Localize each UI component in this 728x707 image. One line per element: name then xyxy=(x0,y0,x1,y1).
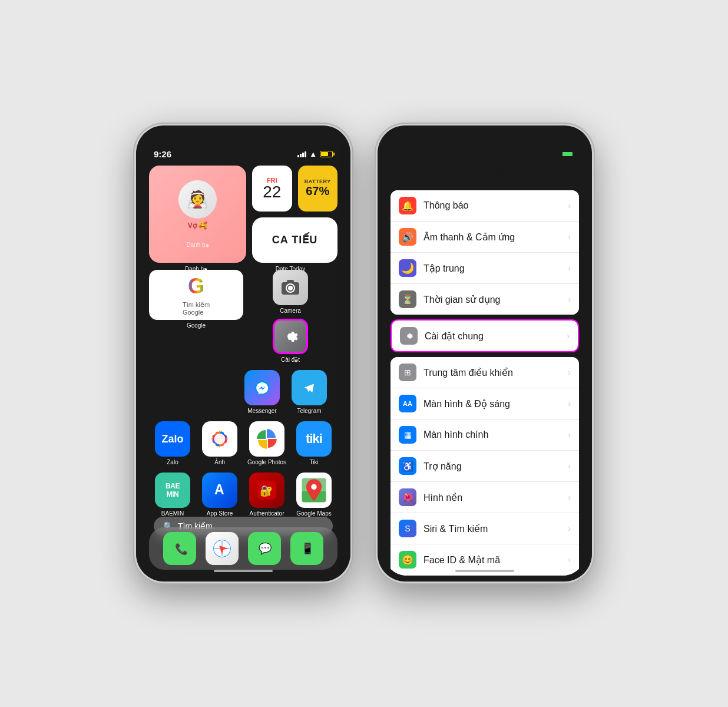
telegram-icon-img xyxy=(292,370,327,405)
screentime-icon: ⏳ xyxy=(399,290,416,308)
messenger-label: Messenger xyxy=(247,408,276,414)
telegram-app-icon[interactable]: Telegram xyxy=(288,370,330,414)
tiki-app-icon[interactable]: tiki Tiki xyxy=(293,421,335,465)
svg-text:📱: 📱 xyxy=(301,542,315,555)
caidatchung-chevron: › xyxy=(567,331,570,341)
settings-item-trungtam[interactable]: ⊞ Trung tâm điều khiển › xyxy=(391,357,579,388)
settings-item-hinhnen[interactable]: 🌺 Hình nền › xyxy=(391,482,579,513)
notch-1 xyxy=(199,131,287,148)
settings-item-taptrung[interactable]: 🌙 Tập trung › xyxy=(391,253,579,284)
svg-text:A: A xyxy=(214,482,224,497)
trungtam-chevron: › xyxy=(568,368,571,377)
display-icon: AA xyxy=(399,395,416,412)
gphotos-icon-img xyxy=(249,421,284,457)
signal-icon-2 xyxy=(540,151,549,157)
telegram-label: Telegram xyxy=(297,408,321,414)
battery-icon-1 xyxy=(320,151,333,157)
baemin-app-icon[interactable]: BAEMIN BAEMIN xyxy=(151,473,194,517)
settings-item-tronang[interactable]: ♿ Trợ năng › xyxy=(391,451,579,482)
tiki-label: Tiki xyxy=(309,459,318,465)
status-bar-2: 9:30 ▲ xyxy=(395,149,574,159)
dock-phone-icon[interactable]: 📞 xyxy=(163,532,196,565)
auth-label: Authenticator xyxy=(250,510,284,517)
settings-app-icon[interactable]: Cài đặt xyxy=(269,319,312,363)
tiki-icon-img: tiki xyxy=(296,421,332,457)
dock-messages-icon[interactable]: 💬 xyxy=(248,532,281,565)
taptrung-chevron: › xyxy=(568,263,571,273)
settings-label: Cài đặt xyxy=(281,356,300,363)
focus-icon: 🌙 xyxy=(399,259,416,277)
settings-item-thoigian[interactable]: ⏳ Thời gian sử dụng › xyxy=(391,284,579,315)
signal-icon-1 xyxy=(297,151,306,157)
notch-2 xyxy=(441,131,529,148)
catieo-text: CA TIẾU xyxy=(272,233,317,246)
contact-avatar: 👰 xyxy=(178,180,217,219)
baemin-label: BAEMIN xyxy=(161,510,184,517)
status-bar-1: 9:26 ▲ xyxy=(154,149,333,159)
messenger-app-icon[interactable]: Messenger xyxy=(241,370,283,414)
date-widget[interactable]: FRI 22 xyxy=(252,166,292,212)
camera-icon-img xyxy=(273,270,308,305)
contacts-widget[interactable]: 👰 Vợ 🥰 Danh bạ xyxy=(149,166,246,263)
settings-item-thongbao[interactable]: 🔔 Thông báo › xyxy=(391,190,579,222)
catieo-widget[interactable]: CA TIẾU xyxy=(252,217,337,263)
amthanh-label: Âm thanh & Cảm ứng xyxy=(423,232,561,243)
faceid-chevron: › xyxy=(568,555,571,564)
battery-label: BATTERY xyxy=(305,179,331,184)
wifi-icon-2: ▲ xyxy=(551,150,559,158)
zalo-app-icon[interactable]: Zalo Zalo xyxy=(151,421,194,465)
google-widget[interactable]: G Tìm kiếmGoogle xyxy=(149,270,243,320)
faceid-label: Face ID & Mật mã xyxy=(423,554,561,566)
settings-title: Cài đặt xyxy=(383,167,586,182)
messenger-icon-img xyxy=(244,370,280,405)
settings-item-manhinh2[interactable]: ▦ Màn hình chính › xyxy=(391,419,579,451)
maps-app-icon[interactable]: Google Maps xyxy=(293,473,335,517)
accessibility-icon: ♿ xyxy=(399,457,416,475)
gphotos-app-icon[interactable]: Google Photos xyxy=(246,421,288,465)
app-row-1: G Tìm kiếmGoogle Google Camera xyxy=(149,270,337,363)
settings-item-siri[interactable]: S Siri & Tìm kiếm › xyxy=(391,513,579,544)
tronang-chevron: › xyxy=(568,461,571,471)
appstore-icon-img: A xyxy=(202,473,237,508)
svg-point-15 xyxy=(214,434,226,445)
hinhnen-label: Hình nền xyxy=(423,492,561,503)
amthanh-chevron: › xyxy=(568,232,571,242)
home-indicator-1 xyxy=(214,570,273,572)
settings-item-manhinh[interactable]: AA Màn hình & Độ sáng › xyxy=(391,388,579,419)
appstore-app-icon[interactable]: A App Store xyxy=(198,473,241,517)
settings-item-caidatchung[interactable]: Cài đặt chung › xyxy=(392,321,578,351)
siri-chevron: › xyxy=(568,524,571,533)
maps-label: Google Maps xyxy=(296,510,331,517)
thongbao-chevron: › xyxy=(568,201,571,210)
camera-app-icon[interactable]: Camera xyxy=(269,270,312,314)
maps-icon-img xyxy=(296,473,332,508)
appstore-label: App Store xyxy=(207,510,233,517)
dock-facetime-icon[interactable]: 📱 xyxy=(290,532,323,565)
app-grid: G Tìm kiếmGoogle Google Camera xyxy=(149,270,337,524)
photos-app-icon[interactable]: Ảnh xyxy=(198,421,241,465)
dock-safari-icon[interactable] xyxy=(206,532,239,565)
status-right-1: ▲ xyxy=(297,150,333,158)
homescreen-icon: ▦ xyxy=(399,426,416,444)
zalo-label: Zalo xyxy=(167,459,178,465)
siri-label: Siri & Tìm kiếm xyxy=(423,523,561,534)
google-subtitle: Tìm kiếmGoogle xyxy=(183,301,210,316)
taptrung-label: Tập trung xyxy=(423,263,561,274)
camera-label: Camera xyxy=(280,308,301,314)
battery-widget[interactable]: BATTERY 67% xyxy=(298,166,338,212)
wallpaper-icon: 🌺 xyxy=(399,488,416,506)
settings-list: 🔔 Thông báo › 🔊 Âm thanh & Cảm ứng › 🌙 T… xyxy=(383,190,586,576)
google-app-icon[interactable]: G Tìm kiếmGoogle Google xyxy=(175,270,217,363)
photos-icon-img xyxy=(202,421,237,457)
svg-text:💬: 💬 xyxy=(259,542,272,555)
app-row-2: Messenger Telegram xyxy=(149,370,330,414)
auth-app-icon[interactable]: 🔐 Authenticator xyxy=(246,473,288,517)
settings-item-amthanh[interactable]: 🔊 Âm thanh & Cảm ứng › xyxy=(391,222,579,253)
trungtam-label: Trung tâm điều khiển xyxy=(423,367,561,378)
highlighted-section: Cài đặt chung › xyxy=(391,319,579,352)
auth-icon-img: 🔐 xyxy=(249,473,284,508)
svg-text:📞: 📞 xyxy=(175,543,188,556)
gphotos-label: Google Photos xyxy=(247,459,286,465)
battery-pct: 67% xyxy=(306,184,329,198)
caidatchung-label: Cài đặt chung xyxy=(425,331,560,342)
